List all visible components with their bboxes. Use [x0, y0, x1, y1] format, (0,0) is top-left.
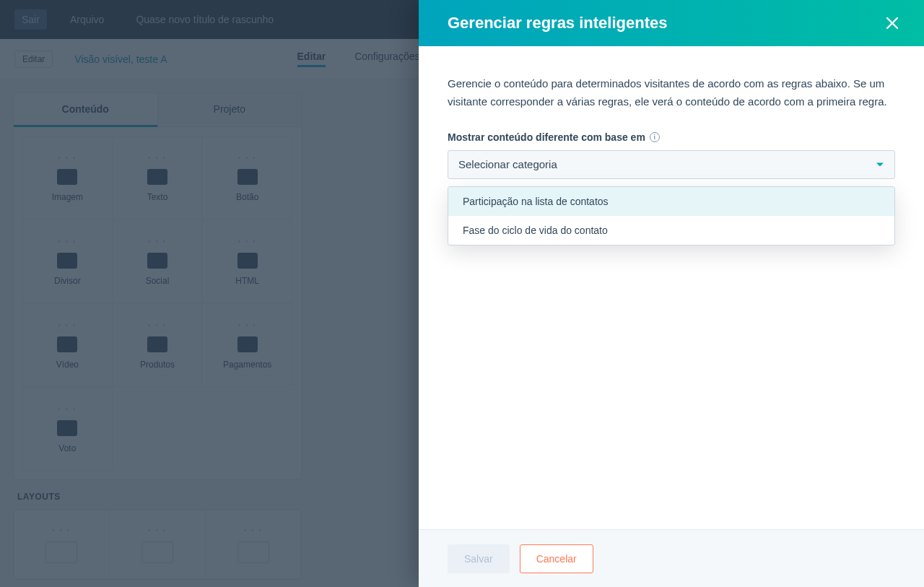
close-icon[interactable]	[885, 16, 899, 30]
panel-body: Gerencie o conteúdo para determinados vi…	[419, 46, 924, 529]
category-dropdown: Participação na lista de contatos Fase d…	[448, 186, 895, 245]
select-placeholder: Selecionar categoria	[458, 158, 557, 170]
field-label: Mostrar conteúdo diferente com base em i	[448, 131, 895, 143]
field-label-text: Mostrar conteúdo diferente com base em	[448, 131, 645, 143]
caret-down-icon	[876, 160, 884, 169]
panel-header: Gerenciar regras inteligentes	[419, 0, 924, 46]
info-icon[interactable]: i	[650, 132, 660, 142]
panel-title: Gerenciar regras inteligentes	[448, 14, 667, 32]
category-select[interactable]: Selecionar categoria	[448, 150, 895, 179]
panel-description: Gerencie o conteúdo para determinados vi…	[448, 75, 895, 111]
cancel-button[interactable]: Cancelar	[520, 544, 593, 573]
smart-rules-panel: Gerenciar regras inteligentes Gerencie o…	[419, 0, 924, 587]
panel-footer: Salvar Cancelar	[419, 529, 924, 587]
dropdown-option[interactable]: Fase do ciclo de vida do contato	[448, 216, 894, 245]
dropdown-option[interactable]: Participação na lista de contatos	[448, 187, 894, 216]
category-select-wrap: Selecionar categoria Participação na lis…	[448, 150, 895, 179]
save-button[interactable]: Salvar	[448, 544, 510, 573]
